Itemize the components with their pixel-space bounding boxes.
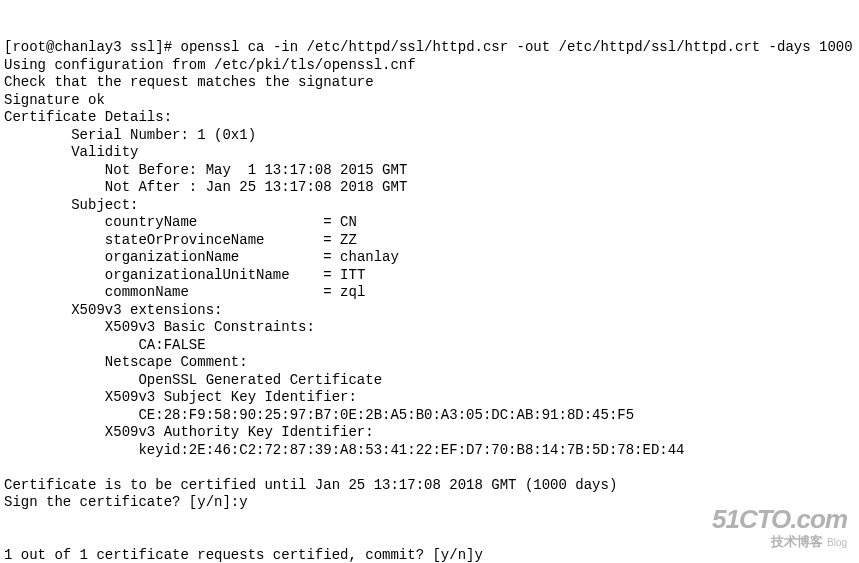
output-line: Signature ok (4, 92, 105, 108)
output-line: CE:28:F9:58:90:25:97:B7:0E:2B:A5:B0:A3:0… (4, 407, 634, 423)
output-line: X509v3 Authority Key Identifier: (4, 424, 374, 440)
output-line: Subject: (4, 197, 138, 213)
output-line: Not After : Jan 25 13:17:08 2018 GMT (4, 179, 407, 195)
output-line: Using configuration from /etc/pki/tls/op… (4, 57, 416, 73)
output-line: Serial Number: 1 (0x1) (4, 127, 256, 143)
output-line: Certificate is to be certified until Jan… (4, 477, 617, 493)
output-line: X509v3 Subject Key Identifier: (4, 389, 357, 405)
commit-prompt[interactable]: 1 out of 1 certificate requests certifie… (4, 547, 483, 563)
watermark-main: 51CTO.com (712, 505, 847, 534)
output-line: X509v3 extensions: (4, 302, 222, 318)
watermark-sub: 技术博客 (771, 534, 823, 549)
output-line: Validity (4, 144, 138, 160)
output-line: countryName = CN (4, 214, 357, 230)
sign-prompt[interactable]: Sign the certificate? [y/n]:y (4, 494, 248, 510)
output-line: Not Before: May 1 13:17:08 2015 GMT (4, 162, 407, 178)
output-line: stateOrProvinceName = ZZ (4, 232, 357, 248)
command-line[interactable]: openssl ca -in /etc/httpd/ssl/httpd.csr … (180, 39, 852, 55)
output-line: organizationalUnitName = ITT (4, 267, 365, 283)
watermark: 51CTO.com 技术博客 Blog (712, 505, 847, 549)
output-line: Netscape Comment: (4, 354, 248, 370)
output-line: OpenSSL Generated Certificate (4, 372, 382, 388)
terminal-output: [root@chanlay3 ssl]# (4, 39, 180, 55)
output-line: Certificate Details: (4, 109, 172, 125)
output-line: Check that the request matches the signa… (4, 74, 374, 90)
output-line: X509v3 Basic Constraints: (4, 319, 315, 335)
output-line: organizationName = chanlay (4, 249, 399, 265)
watermark-blog: Blog (827, 537, 847, 548)
output-line: commonName = zql (4, 284, 365, 300)
output-line: CA:FALSE (4, 337, 206, 353)
output-line: keyid:2E:46:C2:72:87:39:A8:53:41:22:EF:D… (4, 442, 685, 458)
